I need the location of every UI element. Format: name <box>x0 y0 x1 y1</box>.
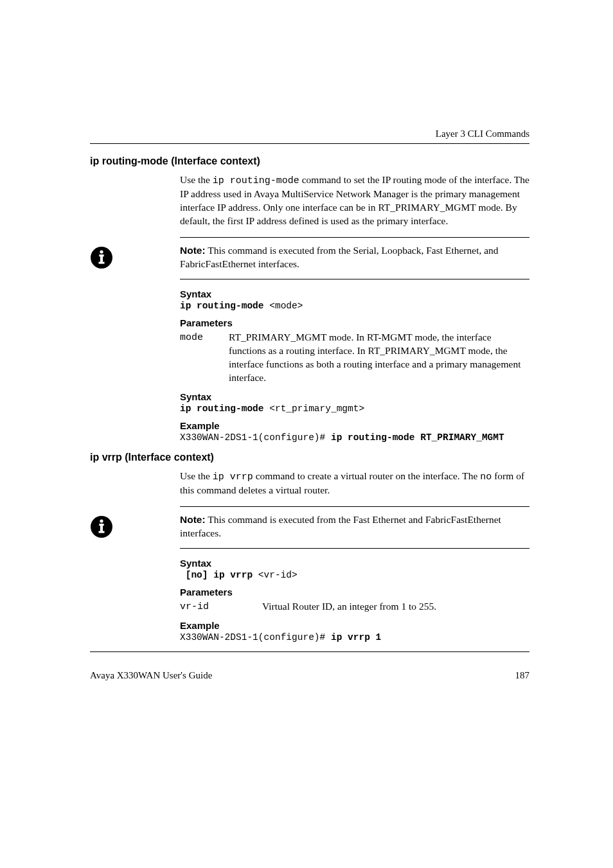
intro2-no: no <box>480 472 492 483</box>
example-line-2: X330WAN-2DS1-1(configure)# ip vrrp 1 <box>180 632 529 642</box>
page-footer: Avaya X330WAN User's Guide 187 <box>90 670 529 681</box>
svg-rect-8 <box>100 524 103 532</box>
section-title-ip-vrrp: ip vrrp (Interface context) <box>90 452 529 463</box>
param-name: mode <box>180 331 217 385</box>
header-rule <box>90 143 529 144</box>
syntax-heading: Syntax <box>180 288 529 299</box>
note-body-2: This command is executed from the Fast E… <box>180 514 501 538</box>
syntax-arg: <mode> <box>269 301 303 311</box>
param-name-2: vr-id <box>180 600 251 614</box>
info-icon <box>90 515 113 538</box>
example-bold: ip routing-mode RT_PRIMARY_MGMT <box>331 432 504 443</box>
example2-pre: X330WAN-2DS1-1(configure)# <box>180 632 331 642</box>
parameters-heading: Parameters <box>180 317 529 328</box>
param-desc: RT_PRIMARY_MGMT mode. In RT-MGMT mode, t… <box>229 331 529 385</box>
example-heading-2: Example <box>180 620 529 631</box>
intro-paragraph-2: Use the ip vrrp command to create a virt… <box>180 470 529 497</box>
example2-bold: ip vrrp 1 <box>331 632 381 642</box>
footer-rule <box>90 651 529 652</box>
syntax-heading-3: Syntax <box>180 558 529 569</box>
syntax-line-1: ip routing-mode <mode> <box>180 301 529 311</box>
note-label-2: Note: <box>180 514 206 525</box>
note-text: Note: This command is executed from the … <box>180 238 529 279</box>
parameters-table: mode RT_PRIMARY_MGMT mode. In RT-MGMT mo… <box>180 331 529 385</box>
intro-paragraph: Use the ip routing-mode command to set t… <box>180 173 529 228</box>
note-label: Note: <box>180 245 206 256</box>
syntax2-arg: <rt_primary_mgmt> <box>269 403 364 414</box>
example-line: X330WAN-2DS1-1(configure)# ip routing-mo… <box>180 432 529 443</box>
info-icon <box>90 246 113 269</box>
parameters-table-2: vr-id Virtual Router ID, an integer from… <box>180 600 529 614</box>
note-text-2: Note: This command is executed from the … <box>180 507 529 548</box>
syntax3-bold: [no] ip vrrp <box>180 570 258 580</box>
syntax-line-3: [no] ip vrrp <vr-id> <box>180 570 529 580</box>
param-row: mode RT_PRIMARY_MGMT mode. In RT-MGMT mo… <box>180 331 529 385</box>
svg-point-6 <box>100 519 103 522</box>
footer-right: 187 <box>515 670 530 681</box>
note-rule-bottom-2 <box>180 548 529 549</box>
parameters-heading-2: Parameters <box>180 587 529 598</box>
example-heading: Example <box>180 420 529 431</box>
param-desc-2: Virtual Router ID, an integer from 1 to … <box>262 600 529 614</box>
note-body: This command is executed from the Serial… <box>180 245 499 269</box>
svg-rect-3 <box>100 254 103 263</box>
section-title-ip-routing-mode: ip routing-mode (Interface context) <box>90 155 529 167</box>
svg-point-1 <box>100 250 103 253</box>
example-pre: X330WAN-2DS1-1(configure)# <box>180 432 331 443</box>
intro-pre: Use the <box>180 174 213 185</box>
svg-rect-9 <box>99 531 105 533</box>
syntax-line-2: ip routing-mode <rt_primary_mgmt> <box>180 403 529 414</box>
intro2-mid: command to create a virtual router on th… <box>253 470 480 481</box>
syntax2-bold: ip routing-mode <box>180 403 269 414</box>
syntax-bold: ip routing-mode <box>180 301 269 311</box>
footer-left: Avaya X330WAN User's Guide <box>90 670 212 681</box>
svg-rect-4 <box>99 262 105 264</box>
note-block: Note: This command is executed from the … <box>180 237 529 279</box>
note-block-2: Note: This command is executed from the … <box>180 506 529 549</box>
syntax-heading-2: Syntax <box>180 391 529 402</box>
param-row-2: vr-id Virtual Router ID, an integer from… <box>180 600 529 614</box>
intro-command: ip routing-mode <box>213 175 299 186</box>
intro2-command: ip vrrp <box>213 472 253 483</box>
page-header-chapter: Layer 3 CLI Commands <box>90 128 529 139</box>
note-rule-bottom <box>180 279 529 279</box>
syntax3-arg: <vr-id> <box>258 570 298 580</box>
intro2-pre: Use the <box>180 470 213 481</box>
